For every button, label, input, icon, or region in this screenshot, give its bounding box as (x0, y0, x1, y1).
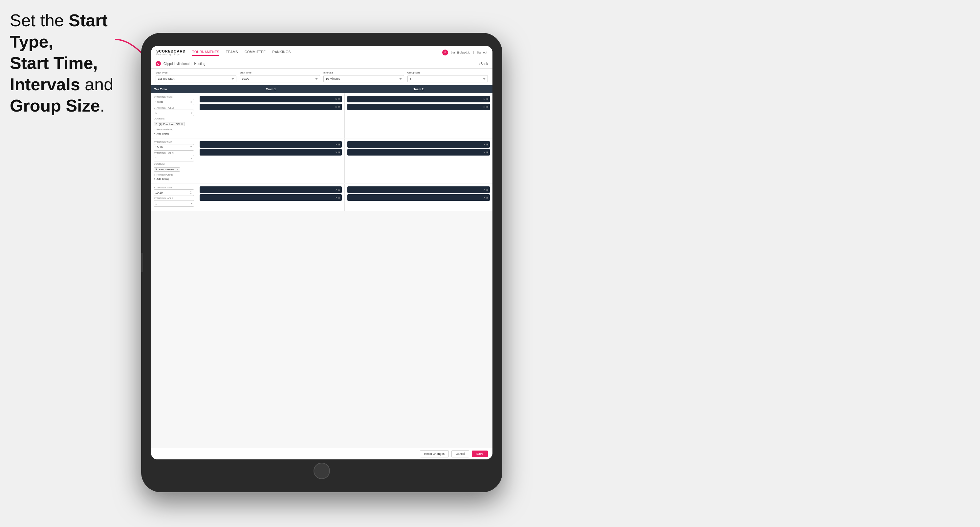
remove-group-btn-1[interactable]: Remove Group (154, 128, 194, 131)
player-row-4-1: ✕ ⊞ (347, 141, 490, 148)
add-group-btn-2[interactable]: Add Group (154, 177, 194, 181)
starting-time-input-2[interactable]: 10:10 ⏱ (154, 144, 194, 151)
chevron-icon-1: ▾ (191, 111, 192, 114)
tab-teams[interactable]: TEAMS (226, 49, 238, 56)
start-time-select[interactable]: 10:00 (240, 75, 320, 83)
col-team2: Team 2 (345, 85, 492, 93)
team1-cell-2: ✕ ⊞ ✕ ⊞ (197, 138, 345, 183)
player-row-3-2: ✕ ⊞ (200, 149, 342, 156)
starting-hole-select-1[interactable]: 1 ▾ (154, 110, 194, 116)
tablet-side-button (141, 253, 143, 272)
team2-cell-2: ✕ ⊞ ✕ ⊞ (345, 138, 492, 183)
group-size-bold: Group Size (10, 96, 100, 115)
player-row-1-1: ✕ ⊞ (200, 96, 342, 102)
team1-cell-3: ✕ ⊞ ✕ ⊞ (197, 184, 345, 211)
hole-value-3: 1 (155, 202, 191, 205)
course-badge-1: 🏳 (A) Peachtree GC ✕ (154, 122, 185, 126)
team2-cell-1: ✕ ⊞ ✕ ⊞ (345, 93, 492, 138)
chevron-icon-2: ▾ (191, 157, 192, 160)
group-left-1: STARTING TIME: 10:00 ⏱ STARTING HOLE: 1 … (151, 93, 197, 138)
starting-time-label-1: STARTING TIME: (154, 96, 194, 98)
main-content[interactable]: STARTING TIME: 10:00 ⏱ STARTING HOLE: 1 … (151, 93, 492, 448)
player-remove-btn-3-1[interactable]: ✕ ⊞ (335, 143, 340, 146)
intervals-select[interactable]: 10 Minutes (323, 75, 404, 83)
course-remove-2[interactable]: ✕ (176, 168, 178, 171)
reset-changes-button[interactable]: Reset Changes (420, 450, 449, 457)
start-type-bold: Start Type, (10, 11, 108, 51)
tournament-name: Clippd Invitational (164, 62, 189, 66)
player-remove-btn-5-1[interactable]: ✕ ⊞ (335, 188, 340, 191)
course-flag-1: 🏳 (155, 123, 158, 126)
player-row-6-1: ✕ ⊞ (347, 186, 490, 193)
hole-value-1: 1 (155, 111, 191, 114)
cancel-button[interactable]: Cancel (452, 450, 469, 457)
group-size-select[interactable]: 3 (407, 75, 488, 83)
course-flag-2: 🏳 (155, 168, 158, 171)
starting-time-label-3: STARTING TIME: (154, 186, 194, 189)
start-time-bold: Start Time, (10, 54, 98, 73)
player-remove-btn-2-1[interactable]: ✕ ⊞ (483, 98, 488, 101)
start-time-group: Start Time 10:00 (240, 71, 320, 83)
starting-hole-label-3: STARTING HOLE: (154, 197, 194, 200)
starting-hole-label-2: STARTING HOLE: (154, 152, 194, 154)
starting-hole-label-1: STARTING HOLE: (154, 106, 194, 109)
time-value-2: 10:10 (155, 146, 189, 149)
group-size-group: Group Size 3 (407, 71, 488, 83)
clippd-logo-icon: C (156, 61, 161, 66)
player-remove-btn-4-1[interactable]: ✕ ⊞ (483, 143, 488, 146)
starting-time-input-3[interactable]: 10:20 ⏱ (154, 189, 194, 196)
hole-value-2: 1 (155, 157, 191, 160)
group-actions-1: Remove Group Add Group (154, 128, 194, 135)
player-remove-btn-3-2[interactable]: ✕ ⊞ (335, 151, 340, 154)
col-team1: Team 1 (197, 85, 345, 93)
logo: SCOREBOARD Powered by clippd (156, 49, 186, 56)
player-row-6-2: ✕ ⊞ (347, 194, 490, 201)
tab-tournaments[interactable]: TOURNAMENTS (192, 49, 219, 56)
pipe-separator: | (473, 51, 474, 54)
bottom-bar: Reset Changes Cancel Save (151, 448, 492, 459)
instruction-text: Set the Start Type, Start Time, Interval… (10, 10, 115, 116)
player-remove-btn-5-2[interactable]: ✕ ⊞ (335, 196, 340, 199)
time-value-1: 10:00 (155, 100, 189, 104)
course-remove-1[interactable]: ✕ (181, 123, 183, 126)
intervals-label: Intervals (323, 71, 404, 74)
start-type-label: Start Type (156, 71, 236, 74)
chevron-icon-3: ▾ (191, 202, 192, 205)
starting-time-input-1[interactable]: 10:00 ⏱ (154, 99, 194, 105)
player-remove-btn-6-2[interactable]: ✕ ⊞ (483, 196, 488, 199)
start-type-select[interactable]: 1st Tee Start (156, 75, 236, 83)
player-remove-btn-6-1[interactable]: ✕ ⊞ (483, 188, 488, 191)
clock-icon-2: ⏱ (189, 146, 192, 149)
separator: | (191, 62, 192, 66)
nav-bar: SCOREBOARD Powered by clippd TOURNAMENTS… (151, 46, 492, 59)
team1-cell-1: ✕ ⊞ ✕ ⊞ (197, 93, 345, 138)
group-actions-2: Remove Group Add Group (154, 173, 194, 181)
sign-out-link[interactable]: Sign out (476, 51, 487, 54)
player-remove-btn-4-2[interactable]: ✕ ⊞ (483, 151, 488, 154)
hosting-label: Hosting (194, 62, 205, 66)
tab-committee[interactable]: COMMITTEE (245, 49, 266, 56)
intervals-bold: Intervals (10, 75, 80, 94)
intervals-group: Intervals 10 Minutes (323, 71, 404, 83)
tab-rankings[interactable]: RANKINGS (272, 49, 291, 56)
player-row-5-1: ✕ ⊞ (200, 186, 342, 193)
course-name-2: East Lake GC (159, 168, 175, 171)
player-remove-btn-2-2[interactable]: ✕ ⊞ (483, 106, 488, 109)
remove-group-btn-2[interactable]: Remove Group (154, 173, 194, 176)
player-remove-btn-1-2[interactable]: ✕ ⊞ (335, 106, 340, 109)
player-row-2-1: ✕ ⊞ (347, 96, 490, 102)
starting-hole-select-2[interactable]: 1 ▾ (154, 155, 194, 162)
back-button[interactable]: Back (479, 62, 488, 66)
starting-hole-select-3[interactable]: 1 ▾ (154, 200, 194, 207)
course-label-2: COURSE: (154, 163, 194, 165)
player-remove-btn-1-1[interactable]: ✕ ⊞ (335, 98, 340, 101)
tablet-home-button[interactable] (313, 463, 330, 479)
group-left-3: STARTING TIME: 10:20 ⏱ STARTING HOLE: 1 … (151, 184, 197, 211)
nav-user: B blair@clippd.io | Sign out (442, 49, 487, 56)
player-row-2-2: ✕ ⊞ (347, 104, 490, 110)
add-group-btn-1[interactable]: Add Group (154, 132, 194, 135)
time-value-3: 10:20 (155, 191, 189, 194)
tablet-device: SCOREBOARD Powered by clippd TOURNAMENTS… (141, 33, 502, 492)
save-button[interactable]: Save (472, 451, 488, 457)
course-wrap-1: 🏳 (A) Peachtree GC ✕ (154, 121, 194, 126)
